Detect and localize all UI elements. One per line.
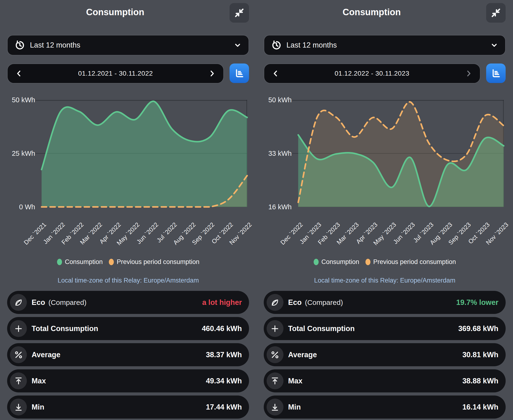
series-area-solid — [42, 101, 247, 207]
chart-legend: ConsumptionPrevious period consumption — [256, 258, 513, 266]
chevron-down-icon — [490, 41, 498, 49]
stat-row: Average38.37 kWh — [7, 343, 249, 366]
legend-dot — [314, 259, 319, 265]
stat-value: 38.37 kWh — [206, 351, 242, 359]
max-icon — [10, 372, 27, 389]
legend-item[interactable]: Previous period consumption — [109, 258, 199, 266]
leaf-icon — [10, 294, 27, 311]
legend-label: Previous period consumption — [373, 258, 456, 266]
consumption-area-chart — [298, 100, 504, 207]
stat-label: Average — [32, 351, 60, 359]
stat-row: Min17.44 kWh — [7, 396, 249, 419]
bar-chart-icon — [234, 68, 245, 79]
stat-value: 16.14 kWh — [462, 403, 498, 412]
stat-value: 17.44 kWh — [206, 403, 242, 412]
stat-row: Max49.34 kWh — [7, 369, 249, 392]
stats-list: Eco(Compared)a lot higherTotal Consumpti… — [7, 291, 249, 420]
legend-label: Previous period consumption — [117, 258, 199, 266]
y-tick-label: 50 kWh — [261, 96, 292, 104]
percent-icon — [10, 346, 27, 363]
chevron-left-icon — [271, 69, 280, 77]
date-range-label: 01.12.2021 - 30.11.2022 — [24, 70, 207, 77]
period-select-value: Last 12 months — [30, 41, 80, 49]
timezone-note: Local time-zone of this Relay: Europe/Am… — [256, 277, 513, 284]
next-period-button[interactable] — [463, 68, 474, 79]
legend-dot — [57, 259, 62, 265]
period-select[interactable]: Last 12 months — [264, 35, 506, 55]
stat-row: Total Consumption369.68 kWh — [264, 317, 506, 340]
stat-label: Max — [288, 377, 302, 385]
stat-label: Total Consumption — [32, 324, 98, 333]
x-tick-label: Nov `2022 — [208, 221, 248, 228]
chevron-left-icon — [15, 69, 23, 77]
stat-label: Min — [288, 403, 301, 412]
stat-row: Max38.88 kWh — [264, 369, 506, 392]
chevron-right-icon — [208, 69, 216, 77]
legend-label: Consumption — [322, 258, 359, 266]
y-tick-label: 25 kWh — [4, 149, 35, 158]
stat-label: Max — [32, 377, 46, 385]
legend-dot — [366, 259, 370, 265]
chart-type-button[interactable] — [486, 63, 506, 83]
collapse-button[interactable] — [229, 3, 249, 22]
chart-plot[interactable] — [42, 100, 247, 207]
prev-period-button[interactable] — [270, 68, 281, 79]
consumption-area-chart — [42, 100, 247, 207]
stat-value: 49.34 kWh — [206, 377, 242, 385]
legend-item[interactable]: Consumption — [314, 258, 359, 266]
collapse-icon — [234, 8, 244, 18]
legend-item[interactable]: Previous period consumption — [366, 258, 456, 266]
next-period-button[interactable] — [207, 68, 217, 79]
date-range-label: 01.12.2022 - 30.11.2023 — [281, 70, 463, 77]
min-icon — [267, 399, 284, 415]
stat-value: 19.7% lower — [456, 298, 498, 307]
y-tick-label: 0 Wh — [4, 203, 35, 211]
page-title: Consumption — [256, 7, 487, 17]
stat-label: Min — [32, 403, 44, 412]
percent-icon — [267, 346, 284, 363]
collapse-button[interactable] — [486, 3, 506, 22]
legend-dot — [109, 259, 114, 265]
collapse-icon — [491, 8, 501, 18]
stat-row: Eco(Compared)a lot higher — [7, 291, 249, 314]
chevron-right-icon — [464, 69, 473, 77]
history-icon — [14, 40, 25, 51]
x-tick-label: Nov `2023 — [464, 221, 505, 228]
stat-row: Average30.81 kWh — [264, 343, 506, 366]
leaf-icon — [267, 294, 284, 311]
series-area-dashed — [298, 102, 504, 207]
chart-type-button[interactable] — [229, 63, 249, 83]
chart-plot[interactable] — [298, 100, 504, 207]
stat-sublabel: (Compared) — [305, 299, 343, 307]
page-title: Consumption — [0, 7, 230, 17]
period-select-value: Last 12 months — [286, 41, 337, 49]
stat-label: Average — [288, 351, 317, 359]
min-icon — [10, 399, 27, 415]
legend-item[interactable]: Consumption — [57, 258, 103, 266]
history-icon — [271, 40, 282, 51]
consumption-panel-right: Consumption Last 12 months 01.12.2022 - … — [256, 0, 513, 420]
y-tick-label: 50 kWh — [4, 96, 35, 104]
plus-icon — [10, 320, 27, 337]
stat-value: 30.81 kWh — [462, 351, 498, 359]
bar-chart-icon — [491, 68, 501, 79]
chevron-down-icon — [233, 41, 242, 49]
stats-list: Eco(Compared)19.7% lowerTotal Consumptio… — [264, 291, 506, 420]
max-icon — [267, 372, 284, 389]
stat-row: Min16.14 kWh — [264, 396, 506, 419]
date-range-nav: 01.12.2021 - 30.11.2022 — [7, 63, 224, 83]
stat-row: Total Consumption460.46 kWh — [7, 317, 249, 340]
timezone-note: Local time-zone of this Relay: Europe/Am… — [0, 277, 256, 284]
stat-sublabel: (Compared) — [49, 299, 87, 307]
stat-value: 38.88 kWh — [462, 377, 498, 385]
date-range-nav: 01.12.2022 - 30.11.2023 — [264, 63, 480, 83]
consumption-panel-left: Consumption Last 12 months 01.12.2021 - … — [0, 0, 256, 420]
legend-label: Consumption — [65, 258, 103, 266]
stat-label: Eco — [288, 298, 302, 307]
prev-period-button[interactable] — [14, 68, 24, 79]
stat-value: 460.46 kWh — [202, 324, 242, 333]
period-select[interactable]: Last 12 months — [7, 35, 249, 55]
stat-value: 369.68 kWh — [458, 324, 498, 333]
plus-icon — [267, 320, 284, 337]
chart-legend: ConsumptionPrevious period consumption — [0, 258, 256, 266]
